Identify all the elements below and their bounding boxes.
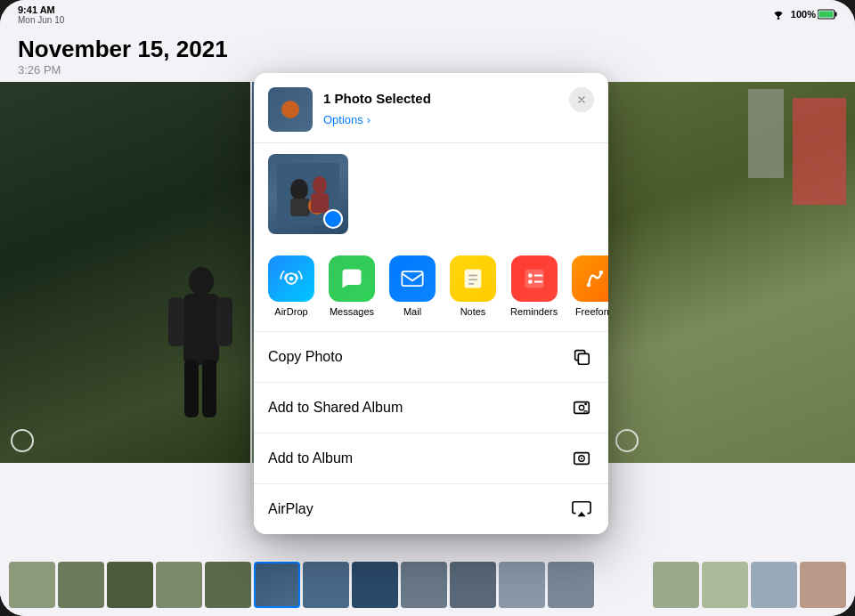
- close-x-icon: [576, 94, 587, 105]
- app-item-freeform[interactable]: Freeform: [572, 255, 608, 317]
- svg-point-29: [290, 179, 308, 200]
- svg-rect-30: [290, 199, 310, 216]
- svg-point-42: [528, 273, 533, 278]
- filmstrip-thumb[interactable]: [499, 562, 545, 608]
- reminders-label: Reminders: [510, 306, 558, 317]
- app-item-notes[interactable]: Notes: [450, 255, 496, 317]
- share-selection-title: 1 Photo Selected: [323, 91, 431, 106]
- app-item-reminders[interactable]: Reminders: [510, 255, 558, 317]
- copy-photo-action[interactable]: Copy Photo: [254, 332, 608, 383]
- filmstrip-thumb-selected[interactable]: [254, 562, 300, 608]
- svg-rect-41: [525, 270, 543, 288]
- filmstrip-thumb[interactable]: [401, 562, 447, 608]
- share-sheet-header: 1 Photo Selected Options ›: [254, 73, 608, 143]
- svg-point-47: [599, 271, 604, 275]
- app-icons-row: AirDrop Messages Mail: [254, 245, 608, 332]
- share-header-left: 1 Photo Selected Options ›: [268, 87, 431, 132]
- selection-circle-right[interactable]: [615, 429, 639, 452]
- svg-marker-58: [577, 512, 585, 517]
- status-date: Mon Jun 10: [18, 15, 64, 25]
- add-album-action[interactable]: Add to Album: [254, 434, 608, 484]
- app-item-mail[interactable]: Mail: [389, 255, 436, 317]
- share-title-area: 1 Photo Selected Options ›: [323, 91, 431, 128]
- add-shared-album-action[interactable]: Add to Shared Album: [254, 383, 608, 434]
- filmstrip-thumb[interactable]: [352, 562, 398, 608]
- filmstrip-thumb[interactable]: [702, 562, 748, 608]
- options-label: Options: [323, 113, 363, 126]
- notes-icon: [450, 255, 496, 302]
- add-album-label: Add to Album: [268, 450, 353, 466]
- photo-left: [0, 80, 250, 463]
- person-silhouette-left: [161, 263, 232, 436]
- app-item-messages[interactable]: Messages: [329, 255, 375, 317]
- freeform-icon: [572, 255, 608, 302]
- selected-photos-row: [254, 143, 608, 245]
- svg-rect-33: [311, 193, 329, 213]
- filmstrip-thumb[interactable]: [303, 562, 349, 608]
- svg-rect-10: [202, 360, 216, 417]
- svg-point-5: [189, 267, 214, 296]
- battery-percent: 100%: [791, 9, 816, 20]
- messages-icon: [329, 255, 375, 302]
- svg-rect-28: [277, 163, 339, 225]
- battery-icon: [818, 9, 837, 20]
- filmstrip-thumb[interactable]: [800, 562, 846, 608]
- selection-circle-left[interactable]: [11, 429, 34, 452]
- selected-photo-item[interactable]: [268, 154, 348, 234]
- svg-rect-36: [402, 272, 422, 286]
- notes-label: Notes: [460, 306, 486, 317]
- filmstrip-thumb[interactable]: [450, 562, 496, 608]
- filmstrip-thumb[interactable]: [107, 562, 153, 608]
- action-list: Copy Photo Add to Shared Album: [254, 332, 608, 534]
- photo-thumb-scene: [277, 163, 339, 225]
- messages-label: Messages: [330, 306, 374, 317]
- svg-point-54: [579, 405, 584, 410]
- options-button[interactable]: Options ›: [323, 111, 431, 128]
- filmstrip: [0, 554, 855, 616]
- reminders-icon: [511, 255, 558, 302]
- airdrop-label: AirDrop: [274, 306, 307, 317]
- svg-rect-52: [578, 353, 589, 364]
- app-item-airdrop[interactable]: AirDrop: [268, 255, 314, 317]
- freeform-label: Freeform: [575, 306, 608, 317]
- status-time: 9:41 AM: [18, 4, 64, 15]
- svg-rect-7: [168, 297, 184, 346]
- airdrop-icon: [268, 255, 314, 302]
- svg-point-35: [289, 277, 294, 281]
- svg-point-57: [581, 458, 582, 459]
- airplay-action[interactable]: AirPlay: [254, 484, 608, 534]
- svg-point-32: [313, 176, 327, 194]
- filmstrip-thumb[interactable]: [751, 562, 797, 608]
- svg-point-0: [778, 17, 780, 20]
- filmstrip-thumb[interactable]: [9, 562, 55, 608]
- svg-rect-6: [183, 294, 219, 365]
- add-shared-album-label: Add to Shared Album: [268, 400, 403, 416]
- share-sheet: 1 Photo Selected Options ›: [254, 73, 608, 534]
- filmstrip-thumb[interactable]: [156, 562, 202, 608]
- photos-title: November 15, 2021: [18, 36, 837, 63]
- wifi-icon: [771, 9, 786, 20]
- mail-label: Mail: [403, 306, 421, 317]
- filmstrip-thumb[interactable]: [205, 562, 251, 608]
- airplay-icon: [569, 497, 594, 522]
- svg-rect-9: [184, 360, 199, 417]
- add-shared-album-icon: [569, 395, 594, 420]
- svg-point-46: [587, 283, 591, 288]
- filmstrip-thumb[interactable]: [653, 562, 699, 608]
- svg-point-43: [528, 280, 533, 284]
- battery-indicator: 100%: [791, 9, 837, 20]
- svg-rect-8: [216, 297, 232, 346]
- svg-rect-3: [819, 12, 834, 18]
- filmstrip-thumb[interactable]: [548, 562, 594, 608]
- svg-rect-2: [835, 12, 837, 17]
- status-time-area: 9:41 AM Mon Jun 10: [18, 4, 64, 25]
- status-bar: 9:41 AM Mon Jun 10 100%: [0, 0, 855, 28]
- copy-photo-label: Copy Photo: [268, 349, 343, 365]
- filmstrip-thumb[interactable]: [58, 562, 104, 608]
- photo-right: [605, 80, 855, 463]
- share-close-button[interactable]: [569, 87, 594, 112]
- share-photo-thumbnail: [268, 87, 313, 132]
- svg-rect-37: [465, 270, 482, 288]
- options-chevron: ›: [367, 113, 370, 126]
- copy-photo-icon: [569, 344, 594, 369]
